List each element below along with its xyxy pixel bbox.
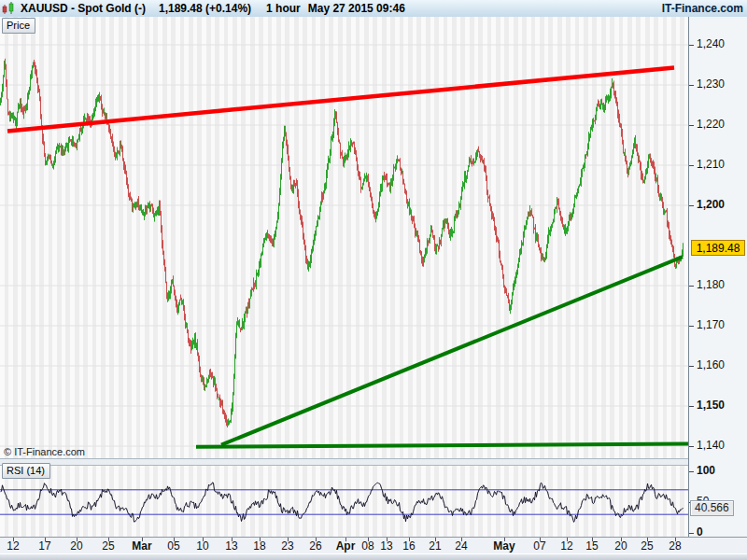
time-axis-label: 24 [455, 539, 467, 553]
price-axis-label: 1,160 [697, 358, 725, 371]
price-axis-label: 1,240 [697, 37, 725, 50]
time-axis-label: 28 [669, 539, 681, 553]
time-axis-label: Apr [336, 539, 356, 553]
price-axis-label: 1,180 [697, 278, 725, 291]
axis-tick [689, 406, 694, 407]
axis-tick [689, 326, 694, 327]
symbol-title: XAUUSD - Spot Gold (-) [21, 2, 146, 15]
time-axis-label: 10 [196, 539, 208, 553]
time-axis-label: 13 [225, 539, 237, 553]
price-axis-label: 1,140 [697, 439, 725, 452]
datetime-label: May 27 2015 09:46 [308, 2, 405, 15]
copyright-label: © IT-Finance.com [4, 446, 85, 457]
axis-tick [689, 286, 694, 287]
time-axis-label: 25 [641, 539, 653, 553]
price-axis-label: 1,200 [697, 198, 725, 211]
time-axis-label: 17 [38, 539, 50, 553]
chart-window: XAUUSD - Spot Gold (-) 1,189.48 (+0.14%)… [0, 0, 747, 560]
rsi-axis-label: 100 [697, 464, 715, 477]
price-axis-label: 1,230 [697, 77, 725, 91]
time-axis-label: 25 [102, 539, 114, 553]
axis-tick [689, 205, 694, 206]
price-axis-label: 1,170 [697, 318, 725, 331]
price-axis-label: 1,220 [697, 118, 725, 131]
axis-tick [689, 471, 694, 472]
axis-tick [689, 533, 694, 534]
axis-tick [689, 366, 694, 367]
price-axis[interactable]: 1,189.48 40.566 1,2401,2301,2201,2101,20… [688, 17, 747, 553]
axis-tick [689, 446, 694, 447]
price-axis-label: 1,210 [697, 158, 725, 171]
time-axis-label: 05 [167, 539, 179, 553]
time-axis-label: 16 [402, 539, 415, 553]
time-axis-label: 18 [253, 539, 265, 553]
time-axis-label: 21 [429, 539, 441, 553]
price-axis-label: 1,150 [697, 399, 725, 412]
time-axis-label: 20 [70, 539, 82, 553]
axis-tick [689, 165, 694, 166]
candlestick-icon [2, 2, 16, 15]
time-axis-label: 07 [533, 539, 545, 553]
axis-tick [689, 85, 694, 86]
timeframe-label: 1 hour [266, 2, 301, 15]
title-bar: XAUUSD - Spot Gold (-) 1,189.48 (+0.14%)… [0, 0, 747, 18]
rsi-value-badge: 40.566 [690, 500, 734, 516]
time-axis-label: May [493, 539, 514, 553]
axis-tick [689, 45, 694, 46]
brand-label: IT-Finance.com [662, 2, 743, 15]
panel-divider[interactable] [0, 458, 688, 466]
tab-price[interactable]: Price [2, 18, 35, 34]
time-axis-label: 12 [560, 539, 572, 553]
time-axis-label: 12 [7, 539, 19, 553]
time-axis[interactable]: 12172025Mar051013182326Apr0813162124May0… [0, 537, 747, 553]
time-axis-label: 20 [614, 539, 627, 553]
window-bottom-edge [0, 553, 747, 560]
trendline-resistance[interactable] [7, 68, 674, 132]
last-price-badge: 1,189.48 [691, 240, 745, 256]
trendline-support-rising[interactable] [221, 257, 683, 445]
time-axis-label: 08 [361, 539, 374, 553]
rsi-line [1, 483, 684, 523]
time-axis-label: 26 [309, 539, 321, 553]
tab-rsi[interactable]: RSI (14) [2, 463, 50, 479]
time-axis-label: 23 [281, 539, 293, 553]
time-axis-label: 15 [585, 539, 598, 553]
time-axis-label: 13 [380, 539, 392, 553]
last-quote: 1,189.48 (+0.14%) [159, 2, 251, 15]
time-axis-label: Mar [132, 539, 151, 553]
axis-tick [689, 125, 694, 126]
